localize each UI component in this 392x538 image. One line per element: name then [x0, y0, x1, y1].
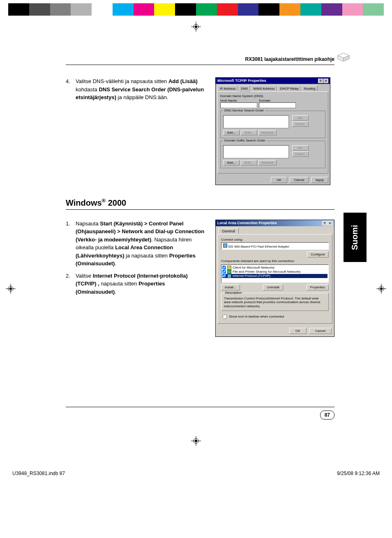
step-number: 2.: [66, 272, 76, 296]
help-icon[interactable]: ?: [318, 79, 323, 83]
dialog-titlebar: Microsoft TCP/IP Properties ? ×: [216, 78, 330, 84]
components-listbox[interactable]: Client for Microsoft Networks File and P…: [221, 264, 329, 283]
show-icon-checkbox[interactable]: [223, 315, 227, 319]
step-number: 1.: [66, 220, 76, 268]
dns-group-label: Domain Name System (DNS): [220, 94, 325, 98]
registration-mark-right: [376, 284, 386, 295]
print-footer: U3948_RS3081.indb 87 9/25/08 9:12:36 AM: [12, 471, 380, 476]
show-icon-label: Show icon in taskbar when connected: [229, 315, 284, 319]
tab-dhcprelay[interactable]: DHCP Relay: [277, 86, 301, 91]
color-registration-bar: [8, 3, 384, 16]
add-button-2[interactable]: Add...: [223, 160, 240, 165]
up-button[interactable]: Up↑: [292, 115, 309, 121]
step-text: Napsauta Start (Käynnistä) > Control Pan…: [76, 220, 207, 268]
tab-ipaddress[interactable]: IP Address: [217, 86, 238, 91]
color-swatch: [321, 3, 342, 16]
component-checkbox[interactable]: [222, 270, 226, 274]
step4-text: Valitse DNS-välilehti ja napsauta sitten…: [76, 77, 207, 102]
configure-button[interactable]: Configure: [307, 251, 329, 257]
section-heading: Windows® 2000: [66, 197, 334, 210]
tab-routing[interactable]: Routing: [302, 86, 318, 91]
color-swatch: [154, 3, 175, 16]
color-swatch: [238, 3, 259, 16]
down-button[interactable]: Down↓: [292, 121, 309, 127]
cancel-button[interactable]: Cancel: [290, 177, 309, 183]
color-swatch: [196, 3, 217, 16]
adapter-field: SiS 900-Based PCI Fast Ethernet Adapter: [221, 242, 329, 250]
tcpip-properties-dialog: Microsoft TCP/IP Properties ? × IP Addre…: [215, 77, 330, 185]
dialog2-titlebar: Local Area Connection Properties ? ×: [216, 220, 334, 226]
help-icon[interactable]: ?: [322, 221, 327, 225]
share-icon: [227, 270, 231, 274]
uninstall-button[interactable]: Uninstall: [263, 284, 283, 290]
domain-label: Domain:: [259, 99, 296, 102]
color-swatch: [92, 3, 113, 16]
page-number: 87: [320, 410, 334, 420]
footer-timestamp: 9/25/08 9:12:36 AM: [337, 471, 380, 476]
sso-group-label: DNS Service Search Order: [223, 109, 265, 112]
registration-mark-bottom: [0, 436, 392, 446]
host-input[interactable]: [220, 102, 257, 108]
protocol-icon: [227, 274, 231, 278]
color-swatch: [217, 3, 238, 16]
edit-button-2[interactable]: Edit...: [241, 160, 257, 165]
dialog-tabs: IP Address DNS WINS Address DHCP Relay R…: [217, 86, 328, 91]
apply-button[interactable]: Apply: [311, 177, 328, 183]
edit-button[interactable]: Edit...: [241, 130, 257, 135]
language-side-tab: Suomi: [344, 213, 367, 262]
color-swatch: [363, 3, 384, 16]
close-icon[interactable]: ×: [323, 79, 328, 83]
color-swatch: [175, 3, 196, 16]
close-icon[interactable]: ×: [327, 221, 332, 225]
color-swatch: [300, 3, 321, 16]
description-group-label: Description: [224, 291, 243, 295]
properties-button[interactable]: Properties: [307, 284, 329, 290]
ok-button[interactable]: OK: [289, 328, 307, 334]
step-number: 4.: [66, 77, 76, 102]
page-header: RX3081 laajakaistareitittimen pikaohje: [66, 56, 334, 65]
color-swatch: [8, 3, 29, 16]
component-item: Client for Microsoft Networks: [222, 266, 327, 270]
ok-button[interactable]: OK: [271, 177, 287, 183]
header-title: RX3081 laajakaistareitittimen pikaohje: [245, 56, 334, 62]
component-item: File and Printer Sharing for Microsoft N…: [222, 270, 327, 274]
suffix-group-label: Domain Suffix Search Order: [223, 139, 267, 142]
tab-wins[interactable]: WINS Address: [251, 86, 277, 91]
component-item-selected: Internet Protocol (TCP/IP): [222, 274, 327, 278]
components-label: Components checked are used by this conn…: [221, 259, 329, 263]
tab-general[interactable]: General: [218, 228, 239, 234]
color-swatch: [50, 3, 71, 16]
client-icon: [227, 266, 231, 270]
connect-using-label: Connect using:: [221, 238, 329, 241]
down-button-2[interactable]: Down↓: [292, 151, 309, 157]
suffix-listbox[interactable]: [223, 145, 289, 158]
footer-rule: [66, 407, 334, 407]
remove-button[interactable]: Remove: [258, 130, 277, 135]
lac-properties-dialog: Local Area Connection Properties ? × Gen…: [215, 220, 334, 337]
sso-listbox[interactable]: [223, 115, 289, 128]
tab-dns[interactable]: DNS: [239, 86, 251, 92]
manual-icon: [337, 52, 350, 63]
component-checkbox[interactable]: [222, 266, 226, 269]
color-swatch: [258, 3, 279, 16]
color-swatch: [71, 3, 92, 16]
add-button[interactable]: Add...: [223, 130, 240, 135]
color-swatch: [342, 3, 363, 16]
nic-icon: [223, 243, 227, 248]
color-swatch: [279, 3, 300, 16]
step-text: Valitse Internet Protocol (Internet-prot…: [76, 272, 207, 296]
footer-filename: U3948_RS3081.indb 87: [12, 471, 65, 476]
color-swatch: [29, 3, 50, 16]
install-button[interactable]: Install...: [221, 284, 240, 290]
up-button-2[interactable]: Up↑: [292, 145, 309, 151]
description-text: Transmission Control Protocol/Internet P…: [224, 297, 326, 308]
color-swatch: [113, 3, 134, 16]
component-checkbox[interactable]: [222, 274, 226, 278]
domain-input[interactable]: [259, 102, 296, 108]
registration-mark-left: [6, 284, 16, 295]
cancel-button[interactable]: Cancel: [309, 328, 332, 334]
host-label: Host Name:: [220, 99, 257, 102]
remove-button-2[interactable]: Remove: [258, 160, 277, 165]
color-swatch: [134, 3, 154, 16]
registration-mark-top: [0, 22, 392, 32]
